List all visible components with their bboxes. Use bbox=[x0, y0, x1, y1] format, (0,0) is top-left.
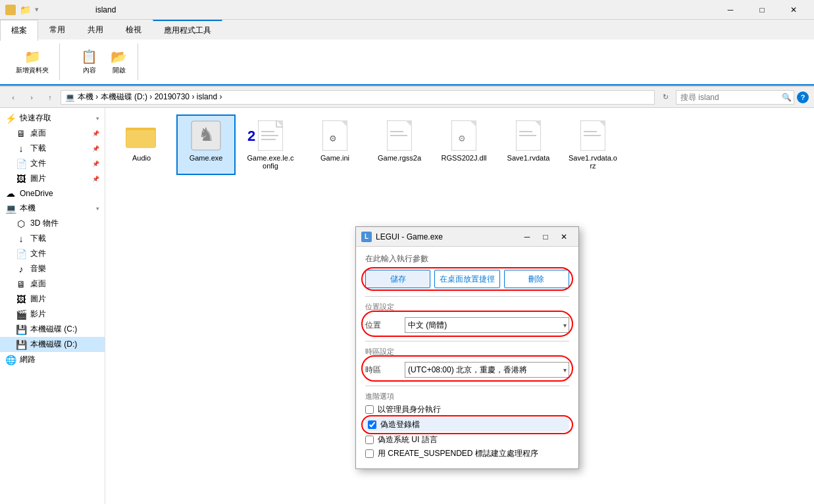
refresh-button[interactable]: ↻ bbox=[657, 89, 673, 105]
cb1-row[interactable]: 以管理員身分執行 bbox=[365, 404, 569, 415]
sidebar-item-onedrive[interactable]: ☁ OneDrive bbox=[0, 186, 105, 201]
close-button[interactable]: ✕ bbox=[778, 0, 809, 20]
file-item-save1orz[interactable]: Save1.rvdata.orz bbox=[563, 114, 623, 175]
tab-share[interactable]: 共用 bbox=[76, 20, 114, 39]
sidebar-item-docs1[interactable]: 📄 文件 📌 bbox=[0, 156, 105, 171]
up-button[interactable]: ↑ bbox=[42, 89, 58, 105]
locale-select[interactable]: 中文 (簡體) bbox=[405, 317, 569, 333]
file-item-gamergss[interactable]: Game.rgss2a bbox=[370, 114, 429, 175]
download-icon: ↓ bbox=[16, 143, 26, 154]
search-box[interactable]: 🔍 bbox=[676, 90, 794, 105]
cb4-row[interactable]: 用 CREATE_SUSPENDED 標誌建立處理程序 bbox=[365, 448, 569, 459]
sidebar-item-quickaccess[interactable]: ⚡ 快速存取 ▾ bbox=[0, 111, 105, 126]
delete-button[interactable]: 刪除 bbox=[504, 270, 569, 288]
sidebar-item-download1[interactable]: ↓ 下載 📌 bbox=[0, 141, 105, 156]
cb2-row[interactable]: 偽造登錄檔 bbox=[365, 418, 569, 432]
cb4-label: 用 CREATE_SUSPENDED 標誌建立處理程序 bbox=[378, 448, 538, 459]
sidebar-label-network: 網路 bbox=[20, 354, 36, 365]
sidebar-label-docs1: 文件 bbox=[30, 158, 46, 169]
timezone-select[interactable]: (UTC+08:00) 北京，重慶，香港將 bbox=[405, 362, 569, 378]
tab-view[interactable]: 檢視 bbox=[114, 20, 153, 39]
divider2 bbox=[365, 341, 569, 341]
locale-select-wrapper[interactable]: 中文 (簡體) bbox=[405, 317, 569, 333]
app-icon bbox=[5, 5, 16, 15]
docs-icon: 📄 bbox=[16, 159, 26, 169]
timezone-select-wrapper[interactable]: (UTC+08:00) 北京，重慶，香港將 bbox=[405, 362, 569, 378]
minimize-button[interactable]: ─ bbox=[715, 0, 746, 20]
dialog: L LEGUI - Game.exe ─ □ ✕ 在此輸入執行參數 儲存 在桌面… bbox=[355, 226, 579, 469]
sidebar-item-network[interactable]: 🌐 網路 bbox=[0, 352, 105, 367]
ribbon-btn-open[interactable]: 📂 開啟 bbox=[105, 46, 132, 78]
sidebar-item-drive-c[interactable]: 💾 本機磁碟 (C:) bbox=[0, 322, 105, 337]
sidebar-label-docs2: 文件 bbox=[30, 248, 46, 259]
sidebar-label-desktop1: 桌面 bbox=[30, 128, 46, 139]
videos-icon: 🎬 bbox=[16, 309, 26, 320]
tab-app-tools[interactable]: 應用程式工具 bbox=[153, 20, 222, 39]
path-icon: 💻 bbox=[65, 93, 75, 102]
quick-access-icon: 📁 bbox=[20, 5, 31, 15]
sidebar-label-drive-d: 本機磁碟 (D:) bbox=[30, 339, 77, 350]
pics-icon: 🖼 bbox=[16, 174, 26, 184]
sidebar-label-music: 音樂 bbox=[30, 263, 46, 274]
pics2-icon: 🖼 bbox=[16, 294, 26, 305]
cb2-checkbox[interactable] bbox=[368, 420, 376, 429]
svg-rect-29 bbox=[519, 135, 536, 136]
sidebar-label-3d: 3D 物件 bbox=[30, 218, 59, 229]
sidebar-item-3d[interactable]: ⬡ 3D 物件 bbox=[0, 216, 105, 231]
sidebar-label-download2: 下載 bbox=[30, 233, 46, 244]
file-item-rgss202[interactable]: ⚙ RGSS202J.dll bbox=[434, 114, 494, 175]
divider3 bbox=[365, 386, 569, 386]
3d-icon: ⬡ bbox=[16, 218, 26, 229]
sidebar-item-music[interactable]: ♪ 音樂 bbox=[0, 261, 105, 276]
cb3-row[interactable]: 偽造系統 UI 語言 bbox=[365, 434, 569, 445]
sidebar-item-videos[interactable]: 🎬 影片 bbox=[0, 307, 105, 322]
file-item-gameini[interactable]: ⚙ Game.ini bbox=[305, 114, 365, 175]
file-item-save1[interactable]: Save1.rvdata bbox=[499, 114, 558, 175]
sidebar-item-desktop1[interactable]: 🖥 桌面 📌 bbox=[0, 126, 105, 141]
search-input[interactable] bbox=[680, 93, 779, 102]
tab-file[interactable]: 檔案 bbox=[0, 20, 38, 41]
back-button[interactable]: ‹ bbox=[5, 89, 21, 105]
address-bar: ‹ › ↑ 💻 本機 › 本機磁碟 (D:) › 20190730 › isla… bbox=[0, 87, 814, 108]
address-path[interactable]: 💻 本機 › 本機磁碟 (D:) › 20190730 › island › bbox=[61, 90, 655, 105]
ribbon-btn-properties[interactable]: 📋 內容 bbox=[76, 46, 103, 78]
dialog-maximize-button[interactable]: □ bbox=[536, 229, 555, 245]
sidebar-item-docs2[interactable]: 📄 文件 bbox=[0, 246, 105, 261]
file-item-gameexe[interactable]: ♞ Game.exe bbox=[176, 114, 236, 175]
network-icon: 🌐 bbox=[5, 355, 16, 365]
file-item-audio[interactable]: Audio bbox=[112, 114, 171, 175]
file-name-rgss202: RGSS202J.dll bbox=[441, 154, 486, 162]
download2-icon: ↓ bbox=[16, 234, 26, 244]
cb3-checkbox[interactable] bbox=[365, 436, 374, 444]
advanced-section-title: 進階選項 bbox=[365, 391, 569, 401]
ribbon-tabs: 檔案 常用 共用 檢視 應用程式工具 bbox=[0, 20, 814, 39]
sidebar-label-pics2: 圖片 bbox=[30, 293, 46, 305]
sidebar-item-download2[interactable]: ↓ 下載 bbox=[0, 231, 105, 246]
cb1-checkbox[interactable] bbox=[365, 405, 374, 414]
ini-icon: ⚙ bbox=[319, 120, 351, 151]
dialog-minimize-button[interactable]: ─ bbox=[518, 229, 536, 245]
file-item-gameconfig[interactable]: Game.exe.le.config bbox=[241, 114, 300, 175]
cb4-checkbox[interactable] bbox=[365, 449, 374, 458]
ribbon-section-new: 📁 新增資料夾 bbox=[5, 43, 60, 80]
dialog-icon: L bbox=[361, 232, 372, 242]
maximize-button[interactable]: □ bbox=[747, 0, 777, 20]
sidebar-item-desktop2[interactable]: 🖥 桌面 bbox=[0, 276, 105, 291]
sidebar-item-pics1[interactable]: 🖼 圖片 📌 bbox=[0, 171, 105, 186]
save-button[interactable]: 儲存 bbox=[365, 270, 430, 288]
main-layout: ⚡ 快速存取 ▾ 🖥 桌面 📌 ↓ 下載 📌 📄 文件 📌 🖼 圖片 📌 ☁ O… bbox=[0, 108, 814, 504]
sidebar-item-this-pc[interactable]: 💻 本機 ▾ bbox=[0, 201, 105, 216]
tab-home[interactable]: 常用 bbox=[38, 20, 76, 39]
ribbon-btn-new-folder[interactable]: 📁 新增資料夾 bbox=[11, 46, 54, 78]
svg-rect-6 bbox=[126, 130, 155, 148]
divider1 bbox=[365, 296, 569, 297]
help-button[interactable]: ? bbox=[797, 91, 809, 103]
ribbon-section-open: 📋 內容 📂 開啟 bbox=[70, 43, 138, 80]
sidebar-item-drive-d[interactable]: 💾 本機磁碟 (D:) bbox=[0, 337, 105, 352]
drive-d-icon: 💾 bbox=[16, 340, 26, 350]
dialog-close-button[interactable]: ✕ bbox=[555, 229, 573, 245]
dialog-subtitle: 在此輸入執行參數 bbox=[365, 253, 569, 265]
forward-button[interactable]: › bbox=[24, 89, 39, 105]
sidebar-item-pics2[interactable]: 🖼 圖片 bbox=[0, 291, 105, 307]
desktop-shortcut-button[interactable]: 在桌面放置捷徑 bbox=[434, 270, 499, 288]
